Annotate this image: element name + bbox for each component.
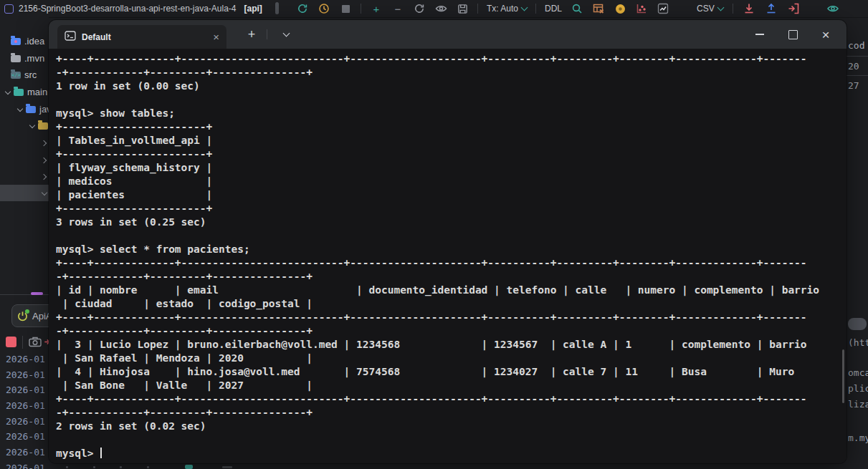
watch-icon[interactable] <box>826 2 839 15</box>
terminal-scrollbar[interactable] <box>842 349 844 403</box>
grid-column-fragment: cod <box>848 40 864 51</box>
preview-icon[interactable] <box>434 2 447 15</box>
new-tab-button[interactable]: + <box>239 20 264 49</box>
folder-icon <box>11 55 21 62</box>
power-icon <box>17 311 28 321</box>
search-icon[interactable] <box>571 2 583 15</box>
toolbar-separator <box>733 4 733 14</box>
console-fragment: plic <box>848 383 868 394</box>
tree-item-package[interactable] <box>0 117 49 134</box>
maximize-button[interactable] <box>776 20 809 49</box>
terminal-line: +----+-------------+--------------------… <box>56 256 846 270</box>
terminal-header[interactable]: Default × + × <box>49 20 846 49</box>
project-title: 2156-SpringBoot3-desarrolla-una-api-rest… <box>19 4 237 14</box>
folder-icon <box>11 72 21 79</box>
grid-line <box>846 75 868 76</box>
maximize-icon <box>788 30 798 39</box>
log-timestamp: 2026-01 <box>6 369 45 380</box>
scrollbar-thumb[interactable] <box>848 318 867 330</box>
tree-item-src[interactable]: src <box>0 67 49 83</box>
chevron-down-icon <box>717 4 724 11</box>
tree-item-main[interactable]: main <box>0 84 49 100</box>
tree-item-label: src <box>24 69 37 80</box>
terminal-line <box>56 93 846 107</box>
format-dropdown[interactable]: CSV <box>697 4 723 14</box>
detach-session-icon[interactable] <box>787 2 800 15</box>
save-icon[interactable] <box>456 2 469 15</box>
status-dot <box>25 309 29 314</box>
taskbar-dot <box>120 466 122 468</box>
grid-line <box>846 56 868 57</box>
toolbar-separator <box>361 4 361 14</box>
ddl-button[interactable]: DDL <box>545 4 562 14</box>
tree-item-collapsed[interactable] <box>0 135 49 151</box>
tree-item-collapsed[interactable] <box>0 168 49 185</box>
tx-mode-dropdown[interactable]: Tx: Auto <box>487 4 527 14</box>
terminal-icon <box>65 31 76 44</box>
folder-icon <box>38 122 48 130</box>
history-icon[interactable] <box>318 2 330 15</box>
drag-handle[interactable] <box>31 292 43 295</box>
chevron-down-icon[interactable] <box>41 190 48 197</box>
chevron-down-icon <box>282 30 290 37</box>
export-icon[interactable] <box>765 2 778 15</box>
tree-item-collapsed[interactable] <box>0 152 49 168</box>
remove-icon[interactable]: − <box>391 2 404 15</box>
terminal-line: 1 row in set (0.00 sec) <box>56 79 846 93</box>
project-module: [api] <box>244 4 262 14</box>
chevron-right-icon[interactable] <box>41 140 48 147</box>
minimize-button[interactable] <box>743 20 776 49</box>
log-timestamp: 2026-01 <box>6 354 45 364</box>
tree-item-label: .mvn <box>24 53 44 64</box>
taskbar-dot <box>147 466 149 468</box>
chevron-down-icon[interactable] <box>16 106 24 113</box>
terminal-tab-default[interactable]: Default × <box>57 25 226 49</box>
ide-screen: 2156-SpringBoot3-desarrolla-una-api-rest… <box>0 0 868 469</box>
scrollbar-thumb[interactable] <box>275 2 279 14</box>
taskbar-app-icon[interactable] <box>185 465 193 469</box>
add-icon[interactable]: + <box>370 2 383 15</box>
log-timestamp: 2026-01 <box>6 385 45 395</box>
taskbar-dot <box>93 466 95 468</box>
tree-item-java[interactable]: java <box>0 101 49 117</box>
toolbar-separator <box>477 4 478 14</box>
scatter-chart-icon[interactable] <box>635 2 648 15</box>
line-chart-icon[interactable] <box>657 2 669 15</box>
folder-icon <box>14 89 24 96</box>
tree-item-mvn[interactable]: .mvn <box>0 50 49 67</box>
camera-icon[interactable] <box>29 337 42 350</box>
console-fragment: omca <box>848 367 868 378</box>
stop-icon[interactable] <box>339 2 352 15</box>
chevron-down-icon[interactable] <box>4 89 11 96</box>
tab-list-chevron[interactable] <box>275 20 297 49</box>
tree-item-idea[interactable]: .idea <box>0 33 49 49</box>
exit-icon[interactable] <box>44 337 49 350</box>
terminal-line: | flyway_schema_history | <box>56 161 846 175</box>
tree-item-label: main <box>27 87 47 97</box>
edit-table-icon[interactable] <box>592 2 605 15</box>
minimize-icon <box>755 34 764 35</box>
run-configuration-chip[interactable]: ApiA <box>11 304 49 327</box>
sync-icon[interactable] <box>296 2 309 15</box>
chevron-right-icon[interactable] <box>41 157 48 164</box>
terminal-prompt-line[interactable]: mysql> <box>56 447 846 460</box>
record-icon[interactable] <box>614 2 626 15</box>
chevron-right-icon[interactable] <box>41 173 48 180</box>
refresh-icon[interactable] <box>413 2 426 15</box>
close-window-button[interactable]: × <box>809 20 842 49</box>
chevron-down-icon <box>521 4 528 11</box>
text-cursor <box>100 448 102 458</box>
import-icon[interactable] <box>743 2 755 15</box>
tree-item-selected[interactable] <box>0 185 49 201</box>
export-toolbar: CSV <box>697 0 839 17</box>
toolbar-separator <box>22 336 23 349</box>
terminal-prompt: mysql> <box>56 448 100 459</box>
chevron-down-icon[interactable] <box>29 122 36 130</box>
terminal-line: -+------------+---------+---------------… <box>56 270 846 284</box>
stop-process-icon[interactable] <box>6 337 16 347</box>
terminal-line: | 3 | Lucio Lopez | bruno.eilerbach@voll… <box>56 338 846 352</box>
log-timestamp: 2026-01 <box>6 463 45 469</box>
close-tab-icon[interactable]: × <box>213 32 219 42</box>
toolbar-separator <box>535 4 536 14</box>
terminal-line: mysql> show tables; <box>56 107 846 120</box>
